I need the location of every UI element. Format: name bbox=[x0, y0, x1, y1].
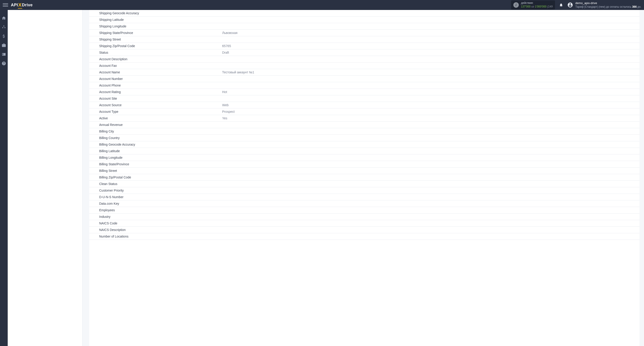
field-label: Shipping Longitude bbox=[89, 23, 220, 30]
field-value bbox=[220, 214, 640, 220]
table-row: Billing Zip/Postal Code bbox=[89, 174, 640, 181]
field-value bbox=[220, 16, 640, 23]
help-icon[interactable] bbox=[2, 61, 6, 66]
field-label: Account Fax bbox=[89, 62, 220, 69]
field-value: Yes bbox=[220, 115, 640, 122]
field-value bbox=[220, 76, 640, 82]
field-value bbox=[220, 194, 640, 200]
field-value bbox=[220, 168, 640, 174]
field-value bbox=[220, 161, 640, 168]
field-label: Billing Geocode Accuracy bbox=[89, 141, 220, 148]
field-label: Billing State/Province bbox=[89, 161, 220, 168]
field-label: Number of Locations bbox=[89, 233, 220, 240]
logo-part-api: API bbox=[11, 3, 18, 8]
home-icon[interactable] bbox=[2, 16, 6, 20]
table-row: Billing State/Province bbox=[89, 161, 640, 168]
actions-total: 1'000'000 bbox=[535, 5, 546, 8]
actions-counter[interactable]: i действия: 137'000 из 1'000'000 (149 bbox=[511, 0, 555, 9]
notifications-icon[interactable] bbox=[559, 3, 563, 7]
table-row: Data.com Key bbox=[89, 200, 640, 207]
table-row: Shipping Zip/Postal Code65765 bbox=[89, 43, 640, 49]
table-row: Account NameТестовый аккаунт №1 bbox=[89, 69, 640, 76]
field-value bbox=[220, 135, 640, 141]
field-label: Billing Latitude bbox=[89, 148, 220, 154]
main-panel: Shipping Geocode AccuracyShipping Latitu… bbox=[89, 10, 640, 346]
dollar-icon[interactable] bbox=[2, 34, 6, 38]
field-value: Prospect bbox=[220, 108, 640, 115]
field-label: Billing Country bbox=[89, 135, 220, 141]
plan-prefix: Тариф |Стандарт| (new) до оплаты осталос… bbox=[576, 5, 632, 8]
actions-sep: из bbox=[530, 5, 535, 8]
app-header: APIXDrive i действия: 137'000 из 1'000'0… bbox=[0, 0, 644, 10]
table-row: NAICS Description bbox=[89, 227, 640, 233]
sidebar-nav bbox=[0, 10, 8, 346]
actions-used: 137'000 bbox=[521, 5, 530, 8]
plan-suffix: дн. bbox=[637, 5, 641, 8]
field-value bbox=[220, 62, 640, 69]
field-value bbox=[220, 227, 640, 233]
field-label: Account Rating bbox=[89, 89, 220, 95]
field-value bbox=[220, 10, 640, 16]
sitemap-icon[interactable] bbox=[2, 25, 6, 30]
table-row: Billing Country bbox=[89, 135, 640, 141]
field-value bbox=[220, 82, 640, 89]
field-value bbox=[220, 122, 640, 128]
user-menu[interactable]: demo_apix-drive Тариф |Стандарт| (new) д… bbox=[567, 1, 641, 8]
logo-part-x: X bbox=[18, 2, 22, 8]
info-icon: i bbox=[513, 2, 519, 8]
field-value bbox=[220, 220, 640, 227]
table-row: Account Phone bbox=[89, 82, 640, 89]
field-label: Account Description bbox=[89, 56, 220, 62]
actions-numbers: 137'000 из 1'000'000 (149 bbox=[521, 5, 553, 8]
table-row: Customer Priority bbox=[89, 187, 640, 194]
field-label: Annual Revenue bbox=[89, 122, 220, 128]
field-label: Account Name bbox=[89, 69, 220, 76]
table-row: Billing City bbox=[89, 128, 640, 135]
table-row: Billing Longitude bbox=[89, 154, 640, 161]
field-value bbox=[220, 56, 640, 62]
field-label: Account Source bbox=[89, 102, 220, 108]
field-label: Active bbox=[89, 115, 220, 122]
actions-extra: (149 bbox=[546, 5, 552, 8]
table-row: Billing Geocode Accuracy bbox=[89, 141, 640, 148]
field-label: Data.com Key bbox=[89, 200, 220, 207]
field-label: Shipping Street bbox=[89, 36, 220, 43]
header-right: i действия: 137'000 из 1'000'000 (149 de… bbox=[511, 0, 641, 9]
table-row: Employees bbox=[89, 207, 640, 214]
table-row: Annual Revenue bbox=[89, 122, 640, 128]
table-row: Account SourceWeb bbox=[89, 102, 640, 108]
app-logo[interactable]: APIXDrive bbox=[11, 2, 32, 8]
field-label: Billing Zip/Postal Code bbox=[89, 174, 220, 181]
table-row: Account TypeProspect bbox=[89, 108, 640, 115]
field-value bbox=[220, 154, 640, 161]
field-label: NAICS Description bbox=[89, 227, 220, 233]
table-row: Number of Locations bbox=[89, 233, 640, 240]
field-label: Employees bbox=[89, 207, 220, 214]
table-row: Account RatingHot bbox=[89, 89, 640, 95]
field-value: Draft bbox=[220, 49, 640, 56]
field-label: Shipping Zip/Postal Code bbox=[89, 43, 220, 49]
table-row: Account Site bbox=[89, 95, 640, 102]
actions-label: действия: bbox=[521, 1, 553, 5]
field-value bbox=[220, 181, 640, 187]
user-avatar-icon bbox=[567, 2, 573, 8]
field-value bbox=[220, 174, 640, 181]
field-label: D-U-N-S Number bbox=[89, 194, 220, 200]
table-row: Industry bbox=[89, 214, 640, 220]
field-value: Львовская bbox=[220, 30, 640, 36]
table-row: Shipping State/ProvinceЛьвовская bbox=[89, 30, 640, 36]
field-value bbox=[220, 95, 640, 102]
menu-toggle-button[interactable] bbox=[3, 2, 8, 8]
fields-table: Shipping Geocode AccuracyShipping Latitu… bbox=[89, 10, 640, 240]
field-value bbox=[220, 128, 640, 135]
briefcase-icon[interactable] bbox=[2, 43, 6, 48]
field-label: Account Site bbox=[89, 95, 220, 102]
plan-days: 366 bbox=[632, 5, 637, 8]
field-value bbox=[220, 200, 640, 207]
table-row: Account Description bbox=[89, 56, 640, 62]
table-row: NAICS Code bbox=[89, 220, 640, 227]
field-label: Billing Street bbox=[89, 168, 220, 174]
table-row: Shipping Geocode Accuracy bbox=[89, 10, 640, 16]
field-value bbox=[220, 148, 640, 154]
id-card-icon[interactable] bbox=[2, 52, 6, 56]
